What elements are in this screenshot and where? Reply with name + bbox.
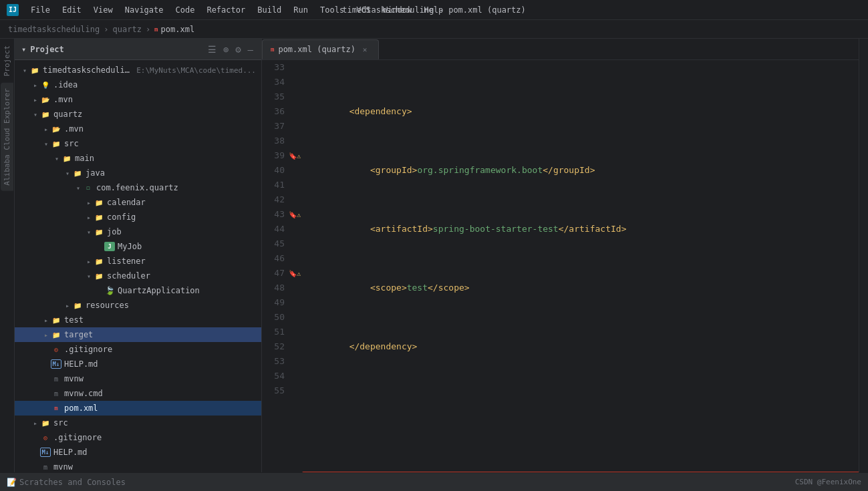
minimize-icon[interactable]: — xyxy=(247,43,255,56)
menu-run[interactable]: Run xyxy=(291,4,311,16)
menu-file[interactable]: File xyxy=(28,4,53,16)
menu-refactor[interactable]: Refactor xyxy=(204,4,248,16)
list-item[interactable]: ⊙ .gitignore xyxy=(15,342,261,357)
cloud-explorer-label[interactable]: Alibaba Cloud Explorer xyxy=(1,83,13,191)
folder-icon: 📁 xyxy=(40,418,51,428)
folder-icon: 💡 xyxy=(40,80,51,90)
code-editor[interactable]: 33 34 35 36 37 38 39 40 41 42 43 44 45 4… xyxy=(262,60,859,472)
list-item[interactable]: 📁 config xyxy=(15,210,261,224)
title-bar: IJ File Edit View Navigate Code Refactor… xyxy=(0,0,868,20)
warning-icon: ⚠ xyxy=(297,270,301,277)
code-line-36: <scope>test</scope> xyxy=(307,281,859,295)
menu-view[interactable]: View xyxy=(91,4,116,16)
tab-xml-icon: m xyxy=(271,46,274,53)
list-item[interactable]: m pom.xml xyxy=(15,401,261,416)
app-logo: IJ xyxy=(7,4,19,16)
file-tree: 📁 timedtaskscheduling E:\MyNuts\MCA\code… xyxy=(15,60,261,472)
git-icon: ⊙ xyxy=(40,433,51,442)
breadcrumb-module[interactable]: quartz xyxy=(113,25,142,34)
code-line-37: </dependency> xyxy=(307,339,859,354)
list-item[interactable]: 📁 listener xyxy=(15,254,261,269)
tree-root[interactable]: 📁 timedtaskscheduling E:\MyNuts\MCA\code… xyxy=(15,63,261,77)
list-item[interactable]: 📁 scheduler xyxy=(15,269,261,283)
list-item[interactable]: 📂 .mvn xyxy=(15,92,261,107)
list-item[interactable]: 📁 resources xyxy=(15,298,261,313)
folder-icon: 📁 xyxy=(72,301,83,310)
breadcrumb: timedtaskscheduling › quartz › m pom.xml xyxy=(0,20,868,39)
scroll-from-source-icon[interactable]: ⊚ xyxy=(222,43,230,56)
list-item[interactable]: m mvnw.cmd xyxy=(15,386,261,401)
list-item[interactable]: 📁 target xyxy=(15,327,261,342)
code-line-38 xyxy=(307,398,859,413)
list-item[interactable]: M↓ HELP.md xyxy=(15,357,261,371)
settings-icon[interactable]: ⚙ xyxy=(234,43,242,56)
right-sidebar xyxy=(859,39,868,472)
list-item[interactable]: 📁 calendar xyxy=(15,195,261,210)
list-item[interactable]: m mvnw xyxy=(15,460,261,472)
collapse-all-icon[interactable]: ☰ xyxy=(206,43,218,56)
breadcrumb-project[interactable]: timedtaskscheduling xyxy=(8,25,100,34)
bookmark-icon: 🔖 xyxy=(289,152,297,160)
folder-icon: 📁 xyxy=(51,330,61,339)
folder-icon: 📁 xyxy=(94,257,104,266)
project-dropdown-icon: ▾ xyxy=(21,45,26,54)
tab-bar: m pom.xml (quartz) ✕ xyxy=(262,39,859,60)
code-line-33: <dependency> xyxy=(307,104,859,119)
code-lines[interactable]: <dependency> <groupId>org.springframewor… xyxy=(302,60,859,472)
scratches-consoles-button[interactable]: 📝 Scratches and Consoles xyxy=(7,478,126,487)
root-path: E:\MyNuts\MCA\code\timed... xyxy=(136,66,256,75)
list-item[interactable]: 📁 job xyxy=(15,224,261,239)
breadcrumb-sep-2: › xyxy=(146,25,150,34)
folder-icon: 📁 xyxy=(51,315,61,325)
package-icon: ◻ xyxy=(83,183,94,192)
list-item[interactable]: 📁 src xyxy=(15,416,261,430)
gutter: 🔖 ⚠ 🔖 ⚠ 🔖 xyxy=(290,60,302,472)
list-item[interactable]: 📂 .mvn xyxy=(15,122,261,136)
xml-file-icon: m xyxy=(51,403,61,413)
project-sidebar-label[interactable]: Project xyxy=(1,41,13,80)
menu-build[interactable]: Build xyxy=(255,4,284,16)
list-item[interactable]: 📁 quartz xyxy=(15,107,261,122)
list-item[interactable]: 📁 src xyxy=(15,136,261,151)
list-item[interactable]: 📁 java xyxy=(15,166,261,180)
list-item[interactable]: 📁 test xyxy=(15,313,261,327)
tab-pom-xml[interactable]: m pom.xml (quartz) ✕ xyxy=(262,39,379,59)
code-line-34: <groupId>org.springframework.boot</group… xyxy=(307,163,859,178)
folder-icon: 📁 xyxy=(51,139,61,148)
panel-title-label: Project xyxy=(30,45,64,54)
menu-edit[interactable]: Edit xyxy=(59,4,84,16)
xml-icon: m xyxy=(154,26,158,33)
list-item[interactable]: M↓ HELP.md xyxy=(15,445,261,460)
warning-icon: ⚠ xyxy=(297,211,301,218)
folder-icon: 📁 xyxy=(94,271,104,281)
folder-icon: 📁 xyxy=(94,212,104,222)
list-item[interactable]: J MyJob xyxy=(15,239,261,254)
list-item[interactable]: 🍃 QuartzApplication xyxy=(15,283,261,298)
folder-icon: 📁 xyxy=(29,65,40,75)
breadcrumb-file[interactable]: m pom.xml xyxy=(154,25,194,34)
scratches-icon: 📝 xyxy=(7,478,17,487)
menu-navigate[interactable]: Navigate xyxy=(122,4,166,16)
line-numbers: 33 34 35 36 37 38 39 40 41 42 43 44 45 4… xyxy=(262,60,290,472)
folder-icon: 📂 xyxy=(40,95,51,104)
cmd-icon: m xyxy=(51,389,61,398)
list-item[interactable]: 💡 .idea xyxy=(15,77,261,92)
md-icon: M↓ xyxy=(51,359,61,369)
md-icon: M↓ xyxy=(40,448,51,457)
folder-icon: 📁 xyxy=(94,198,104,207)
menu-code[interactable]: Code xyxy=(173,4,198,16)
tab-close-button[interactable]: ✕ xyxy=(359,44,370,55)
list-item[interactable]: ◻ com.feenix.quartz xyxy=(15,180,261,195)
folder-icon: 📁 xyxy=(61,154,72,163)
scratches-label: Scratches and Consoles xyxy=(19,478,126,487)
mvnw-icon: m xyxy=(40,462,51,472)
breadcrumb-sep-1: › xyxy=(104,25,108,34)
root-label: timedtaskscheduling xyxy=(43,65,132,75)
list-item[interactable]: 📁 main xyxy=(15,151,261,166)
list-item[interactable]: ⊙ .gitignore xyxy=(15,430,261,445)
bookmark-icon: 🔖 xyxy=(289,270,297,277)
folder-icon: 📁 xyxy=(72,168,83,178)
list-item[interactable]: m mvnw xyxy=(15,371,261,386)
git-icon: ⊙ xyxy=(51,345,61,354)
editor-area: m pom.xml (quartz) ✕ 33 34 35 36 37 38 3… xyxy=(262,39,859,472)
